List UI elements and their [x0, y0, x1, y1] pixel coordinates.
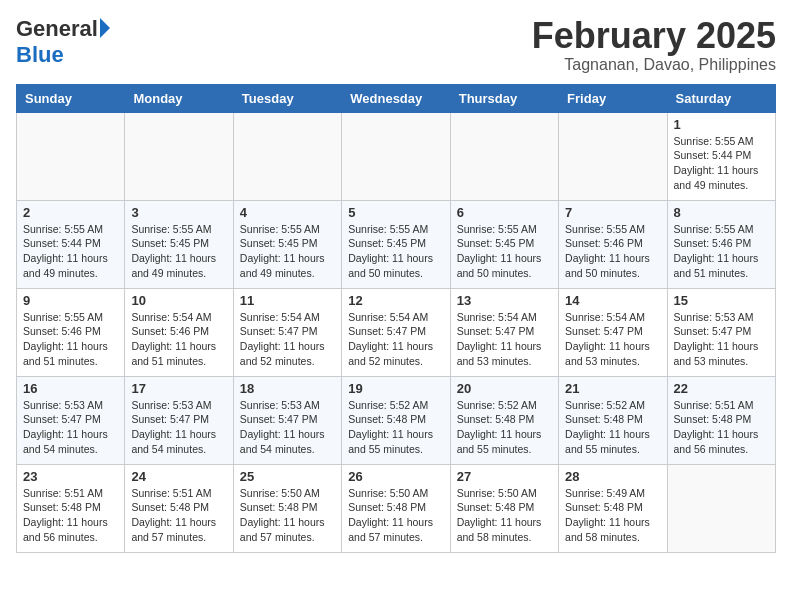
- day-info: Sunrise: 5:53 AM Sunset: 5:47 PM Dayligh…: [131, 398, 226, 457]
- day-number: 16: [23, 381, 118, 396]
- day-number: 9: [23, 293, 118, 308]
- calendar-cell: [17, 112, 125, 200]
- weekday-header-friday: Friday: [559, 84, 667, 112]
- calendar-cell: [450, 112, 558, 200]
- day-info: Sunrise: 5:53 AM Sunset: 5:47 PM Dayligh…: [674, 310, 769, 369]
- calendar-cell: 11Sunrise: 5:54 AM Sunset: 5:47 PM Dayli…: [233, 288, 341, 376]
- day-info: Sunrise: 5:54 AM Sunset: 5:46 PM Dayligh…: [131, 310, 226, 369]
- calendar-cell: 28Sunrise: 5:49 AM Sunset: 5:48 PM Dayli…: [559, 464, 667, 552]
- location-title: Tagnanan, Davao, Philippines: [532, 56, 776, 74]
- day-info: Sunrise: 5:51 AM Sunset: 5:48 PM Dayligh…: [674, 398, 769, 457]
- calendar-cell: [233, 112, 341, 200]
- day-info: Sunrise: 5:51 AM Sunset: 5:48 PM Dayligh…: [131, 486, 226, 545]
- calendar-week-row: 16Sunrise: 5:53 AM Sunset: 5:47 PM Dayli…: [17, 376, 776, 464]
- calendar-cell: 3Sunrise: 5:55 AM Sunset: 5:45 PM Daylig…: [125, 200, 233, 288]
- day-info: Sunrise: 5:55 AM Sunset: 5:46 PM Dayligh…: [23, 310, 118, 369]
- day-number: 20: [457, 381, 552, 396]
- calendar-cell: 15Sunrise: 5:53 AM Sunset: 5:47 PM Dayli…: [667, 288, 775, 376]
- day-number: 25: [240, 469, 335, 484]
- day-info: Sunrise: 5:50 AM Sunset: 5:48 PM Dayligh…: [348, 486, 443, 545]
- calendar-table: SundayMondayTuesdayWednesdayThursdayFrid…: [16, 84, 776, 553]
- calendar-cell: 24Sunrise: 5:51 AM Sunset: 5:48 PM Dayli…: [125, 464, 233, 552]
- calendar-cell: 9Sunrise: 5:55 AM Sunset: 5:46 PM Daylig…: [17, 288, 125, 376]
- day-number: 8: [674, 205, 769, 220]
- calendar-cell: [559, 112, 667, 200]
- calendar-cell: 14Sunrise: 5:54 AM Sunset: 5:47 PM Dayli…: [559, 288, 667, 376]
- day-info: Sunrise: 5:53 AM Sunset: 5:47 PM Dayligh…: [23, 398, 118, 457]
- weekday-header-sunday: Sunday: [17, 84, 125, 112]
- day-info: Sunrise: 5:55 AM Sunset: 5:45 PM Dayligh…: [348, 222, 443, 281]
- day-info: Sunrise: 5:54 AM Sunset: 5:47 PM Dayligh…: [348, 310, 443, 369]
- weekday-header-tuesday: Tuesday: [233, 84, 341, 112]
- calendar-cell: 18Sunrise: 5:53 AM Sunset: 5:47 PM Dayli…: [233, 376, 341, 464]
- calendar-week-row: 2Sunrise: 5:55 AM Sunset: 5:44 PM Daylig…: [17, 200, 776, 288]
- logo-blue-text: Blue: [16, 42, 64, 68]
- calendar-cell: 16Sunrise: 5:53 AM Sunset: 5:47 PM Dayli…: [17, 376, 125, 464]
- calendar-cell: 10Sunrise: 5:54 AM Sunset: 5:46 PM Dayli…: [125, 288, 233, 376]
- day-info: Sunrise: 5:50 AM Sunset: 5:48 PM Dayligh…: [240, 486, 335, 545]
- day-info: Sunrise: 5:51 AM Sunset: 5:48 PM Dayligh…: [23, 486, 118, 545]
- day-number: 26: [348, 469, 443, 484]
- calendar-cell: [667, 464, 775, 552]
- day-number: 17: [131, 381, 226, 396]
- calendar-cell: 26Sunrise: 5:50 AM Sunset: 5:48 PM Dayli…: [342, 464, 450, 552]
- calendar-cell: 20Sunrise: 5:52 AM Sunset: 5:48 PM Dayli…: [450, 376, 558, 464]
- calendar-cell: 2Sunrise: 5:55 AM Sunset: 5:44 PM Daylig…: [17, 200, 125, 288]
- page-header: General Blue February 2025 Tagnanan, Dav…: [16, 16, 776, 74]
- day-info: Sunrise: 5:55 AM Sunset: 5:44 PM Dayligh…: [23, 222, 118, 281]
- day-info: Sunrise: 5:55 AM Sunset: 5:45 PM Dayligh…: [457, 222, 552, 281]
- calendar-header-row: SundayMondayTuesdayWednesdayThursdayFrid…: [17, 84, 776, 112]
- day-number: 28: [565, 469, 660, 484]
- day-info: Sunrise: 5:55 AM Sunset: 5:46 PM Dayligh…: [674, 222, 769, 281]
- day-info: Sunrise: 5:55 AM Sunset: 5:45 PM Dayligh…: [131, 222, 226, 281]
- day-info: Sunrise: 5:50 AM Sunset: 5:48 PM Dayligh…: [457, 486, 552, 545]
- day-info: Sunrise: 5:52 AM Sunset: 5:48 PM Dayligh…: [457, 398, 552, 457]
- day-info: Sunrise: 5:49 AM Sunset: 5:48 PM Dayligh…: [565, 486, 660, 545]
- day-number: 24: [131, 469, 226, 484]
- day-number: 23: [23, 469, 118, 484]
- day-number: 15: [674, 293, 769, 308]
- calendar-cell: 12Sunrise: 5:54 AM Sunset: 5:47 PM Dayli…: [342, 288, 450, 376]
- weekday-header-saturday: Saturday: [667, 84, 775, 112]
- weekday-header-thursday: Thursday: [450, 84, 558, 112]
- day-number: 4: [240, 205, 335, 220]
- calendar-cell: 22Sunrise: 5:51 AM Sunset: 5:48 PM Dayli…: [667, 376, 775, 464]
- day-info: Sunrise: 5:54 AM Sunset: 5:47 PM Dayligh…: [565, 310, 660, 369]
- day-number: 7: [565, 205, 660, 220]
- logo-general-text: General: [16, 16, 98, 42]
- title-area: February 2025 Tagnanan, Davao, Philippin…: [532, 16, 776, 74]
- day-number: 11: [240, 293, 335, 308]
- calendar-cell: 21Sunrise: 5:52 AM Sunset: 5:48 PM Dayli…: [559, 376, 667, 464]
- day-number: 18: [240, 381, 335, 396]
- day-number: 5: [348, 205, 443, 220]
- day-number: 6: [457, 205, 552, 220]
- calendar-cell: 13Sunrise: 5:54 AM Sunset: 5:47 PM Dayli…: [450, 288, 558, 376]
- calendar-cell: 1Sunrise: 5:55 AM Sunset: 5:44 PM Daylig…: [667, 112, 775, 200]
- calendar-cell: 17Sunrise: 5:53 AM Sunset: 5:47 PM Dayli…: [125, 376, 233, 464]
- day-info: Sunrise: 5:54 AM Sunset: 5:47 PM Dayligh…: [457, 310, 552, 369]
- day-number: 13: [457, 293, 552, 308]
- calendar-week-row: 1Sunrise: 5:55 AM Sunset: 5:44 PM Daylig…: [17, 112, 776, 200]
- day-number: 12: [348, 293, 443, 308]
- day-number: 2: [23, 205, 118, 220]
- day-info: Sunrise: 5:55 AM Sunset: 5:45 PM Dayligh…: [240, 222, 335, 281]
- day-number: 1: [674, 117, 769, 132]
- calendar-cell: 6Sunrise: 5:55 AM Sunset: 5:45 PM Daylig…: [450, 200, 558, 288]
- weekday-header-wednesday: Wednesday: [342, 84, 450, 112]
- calendar-cell: 25Sunrise: 5:50 AM Sunset: 5:48 PM Dayli…: [233, 464, 341, 552]
- calendar-cell: 5Sunrise: 5:55 AM Sunset: 5:45 PM Daylig…: [342, 200, 450, 288]
- day-number: 27: [457, 469, 552, 484]
- day-number: 19: [348, 381, 443, 396]
- calendar-cell: 23Sunrise: 5:51 AM Sunset: 5:48 PM Dayli…: [17, 464, 125, 552]
- logo-triangle-icon: [100, 18, 110, 38]
- calendar-cell: [125, 112, 233, 200]
- day-number: 22: [674, 381, 769, 396]
- month-title: February 2025: [532, 16, 776, 56]
- calendar-week-row: 9Sunrise: 5:55 AM Sunset: 5:46 PM Daylig…: [17, 288, 776, 376]
- logo: General Blue: [16, 16, 110, 68]
- day-number: 10: [131, 293, 226, 308]
- day-info: Sunrise: 5:52 AM Sunset: 5:48 PM Dayligh…: [565, 398, 660, 457]
- calendar-cell: 4Sunrise: 5:55 AM Sunset: 5:45 PM Daylig…: [233, 200, 341, 288]
- weekday-header-monday: Monday: [125, 84, 233, 112]
- day-info: Sunrise: 5:52 AM Sunset: 5:48 PM Dayligh…: [348, 398, 443, 457]
